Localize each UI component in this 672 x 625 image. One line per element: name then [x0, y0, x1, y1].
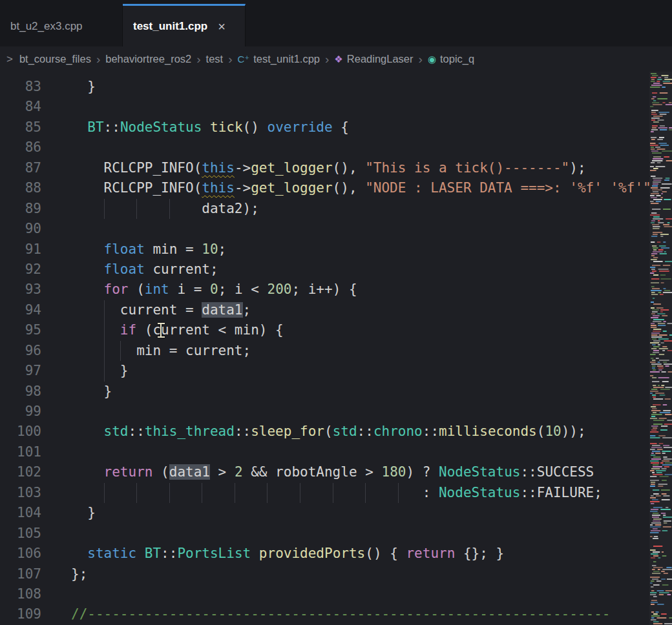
indent-guide [104, 300, 105, 320]
line-number[interactable]: 89 [0, 199, 41, 219]
code-line[interactable]: 96 min = current; [0, 341, 649, 361]
code-token: 10 [545, 424, 561, 439]
line-number[interactable]: 101 [0, 442, 41, 462]
code-token: int [145, 282, 169, 297]
line-number[interactable]: 93 [0, 280, 41, 300]
breadcrumb-separator-icon: › [96, 52, 100, 67]
code-line[interactable]: 84 [0, 97, 649, 117]
code-token: : [71, 485, 439, 500]
code-line[interactable]: 100 std::this_thread::sleep_for(std::chr… [0, 422, 649, 442]
code-token: :: [357, 424, 373, 439]
code-line[interactable]: 108 [0, 584, 649, 604]
line-number[interactable]: 106 [0, 544, 41, 564]
line-number[interactable]: 88 [0, 178, 41, 198]
code-token: return [406, 546, 455, 561]
code-token: (current < min) { [136, 322, 284, 338]
line-number[interactable]: 109 [0, 604, 41, 624]
code-token: float [104, 241, 145, 257]
breadcrumb-label: test [206, 53, 224, 65]
line-number[interactable]: 103 [0, 483, 41, 503]
code-text [71, 402, 649, 422]
code-line[interactable]: 83 } [0, 77, 649, 97]
line-number[interactable]: 99 [0, 402, 41, 422]
code-text: : NodeStatus::FAILURE; [71, 483, 649, 503]
code-line[interactable]: 105 [0, 524, 649, 544]
code-token [71, 261, 104, 277]
breadcrumb-label: topic_q [440, 53, 474, 65]
breadcrumb-item[interactable]: test [206, 53, 224, 65]
line-number[interactable]: 104 [0, 503, 41, 523]
code-token: min = current; [71, 343, 251, 358]
code-line[interactable]: 97 } [0, 361, 649, 381]
code-token: "NODE : LASER DATA ===>: '%f' '%f'" [365, 180, 649, 196]
line-number[interactable]: 105 [0, 524, 41, 544]
line-number[interactable]: 107 [0, 564, 41, 584]
line-number[interactable]: 87 [0, 158, 41, 178]
code-token: :: [235, 424, 251, 439]
tab-test_unit1[interactable]: test_unit1.cpp × [123, 4, 246, 46]
code-line[interactable]: 90 [0, 219, 649, 239]
breadcrumb-item[interactable]: bt_course_files [19, 53, 91, 65]
code-token: }; [71, 566, 87, 582]
code-token: 10 [202, 241, 218, 257]
indent-guide [104, 320, 105, 340]
code-line[interactable]: 93 for (int i = 0; i < 200; i++) { [0, 280, 649, 300]
code-line[interactable]: 109//-----------------------------------… [0, 604, 649, 624]
line-number[interactable]: 85 [0, 118, 41, 138]
code-token: static [87, 546, 136, 561]
code-line[interactable]: 101 [0, 442, 649, 462]
code-line[interactable]: 85 BT::NodeStatus tick() override { [0, 118, 649, 138]
code-token: chrono [373, 424, 423, 439]
line-number[interactable]: 95 [0, 320, 41, 340]
code-line[interactable]: 94 current = data1; [0, 300, 649, 320]
code-line[interactable]: 87 RCLCPP_INFO(this->get_logger(), "This… [0, 158, 649, 178]
code-token: -> [235, 160, 251, 176]
line-number[interactable]: 90 [0, 219, 41, 239]
breadcrumb-item[interactable]: C⁺test_unit1.cpp [238, 53, 320, 65]
breadcrumb-item[interactable]: ◉topic_q [428, 53, 474, 65]
code-line[interactable]: 86 [0, 138, 649, 158]
line-number[interactable]: 83 [0, 77, 41, 97]
line-number[interactable]: 91 [0, 240, 41, 260]
tab-bt_u2_ex3[interactable]: bt_u2_ex3.cpp [0, 4, 123, 46]
line-number[interactable]: 97 [0, 361, 41, 381]
code-area[interactable]: 83 }8485 BT::NodeStatus tick() override … [0, 72, 649, 625]
code-line[interactable]: 92 float current; [0, 260, 649, 280]
code-text: float min = 10; [71, 240, 649, 260]
breadcrumb-item[interactable]: behaviortree_ros2 [105, 53, 191, 65]
code-token: ( [324, 424, 333, 439]
code-line[interactable]: 91 float min = 10; [0, 240, 649, 260]
code-line[interactable]: 107}; [0, 564, 649, 584]
code-line[interactable]: 102 return (data1 > 2 && robotAngle > 18… [0, 462, 649, 482]
code-line[interactable]: 88 RCLCPP_INFO(this->get_logger(), "NODE… [0, 178, 649, 198]
code-line[interactable]: 99 [0, 402, 649, 422]
code-token: (), [333, 160, 366, 176]
code-token [251, 546, 259, 561]
code-text: return (data1 > 2 && robotAngle > 180) ?… [71, 462, 649, 482]
code-line[interactable]: 103 : NodeStatus::FAILURE; [0, 483, 649, 503]
code-text [71, 524, 649, 544]
line-number[interactable]: 98 [0, 382, 41, 402]
line-number[interactable]: 102 [0, 462, 41, 482]
code-line[interactable]: 106 static BT::PortsList providedPorts()… [0, 544, 649, 564]
code-token: ( [129, 282, 145, 297]
line-number[interactable]: 86 [0, 138, 41, 158]
tab-label: bt_u2_ex3.cpp [10, 20, 83, 33]
line-number[interactable]: 96 [0, 341, 41, 361]
code-line[interactable]: 98 } [0, 382, 649, 402]
code-line[interactable]: 89 data2); [0, 199, 649, 219]
line-number[interactable]: 84 [0, 97, 41, 117]
line-number[interactable]: 94 [0, 300, 41, 320]
minimap[interactable] [649, 72, 672, 625]
breadcrumb-label: test_unit1.cpp [253, 53, 320, 65]
code-line[interactable]: 104 } [0, 503, 649, 523]
line-number[interactable]: 108 [0, 584, 41, 604]
line-number[interactable]: 92 [0, 260, 41, 280]
code-line[interactable]: 95 if (current < min) { [0, 320, 649, 340]
code-token: data2); [71, 201, 259, 216]
code-token: 200 [267, 282, 291, 297]
code-text [71, 138, 649, 158]
close-icon[interactable]: × [218, 20, 226, 33]
line-number[interactable]: 100 [0, 422, 41, 442]
breadcrumb-item[interactable]: ❖ReadingLaser [334, 53, 413, 65]
